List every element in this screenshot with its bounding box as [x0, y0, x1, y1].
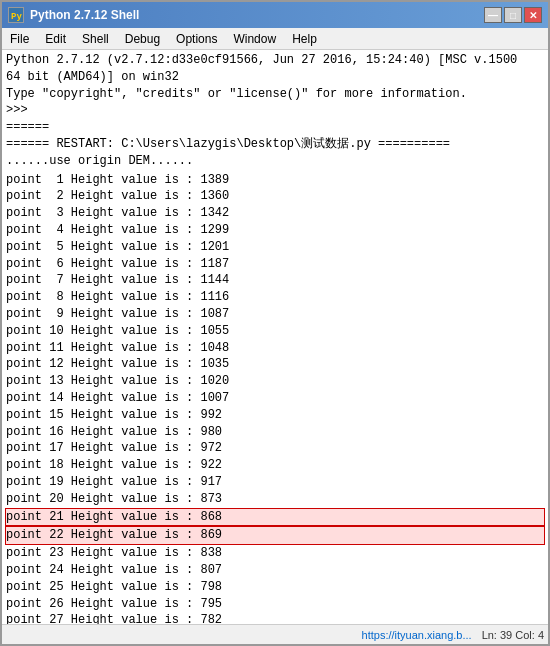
point-row-7: point 7 Height value is : 1144	[6, 272, 544, 289]
menu-bar: FileEditShellDebugOptionsWindowHelp	[2, 28, 548, 50]
point-row-4: point 4 Height value is : 1299	[6, 222, 544, 239]
point-row-10: point 10 Height value is : 1055	[6, 323, 544, 340]
minimize-button[interactable]: —	[484, 7, 502, 23]
point-row-21: point 21 Height value is : 868	[5, 508, 545, 527]
point-row-5: point 5 Height value is : 1201	[6, 239, 544, 256]
python-header3: Type "copyright", "credits" or "license(…	[6, 86, 544, 103]
point-row-22: point 22 Height value is : 869	[5, 526, 545, 545]
point-row-23: point 23 Height value is : 838	[6, 545, 544, 562]
origin-line: ......use origin DEM......	[6, 153, 544, 170]
point-row-27: point 27 Height value is : 782	[6, 612, 544, 624]
close-button[interactable]: ✕	[524, 7, 542, 23]
menu-item-help[interactable]: Help	[284, 28, 325, 49]
python-header2: 64 bit (AMD64)] on win32	[6, 69, 544, 86]
menu-item-options[interactable]: Options	[168, 28, 225, 49]
menu-item-window[interactable]: Window	[225, 28, 284, 49]
status-link[interactable]: https://ityuan.xiang.b...	[362, 629, 472, 641]
maximize-button[interactable]: □	[504, 7, 522, 23]
point-row-24: point 24 Height value is : 807	[6, 562, 544, 579]
title-bar-left: Py Python 2.7.12 Shell	[8, 7, 139, 23]
title-bar: Py Python 2.7.12 Shell — □ ✕	[2, 2, 548, 28]
console-scroll[interactable]: Python 2.7.12 (v2.7.12:d33e0cf91566, Jun…	[2, 50, 548, 624]
point-row-18: point 18 Height value is : 922	[6, 457, 544, 474]
point-row-15: point 15 Height value is : 992	[6, 407, 544, 424]
app-icon: Py	[8, 7, 24, 23]
menu-item-shell[interactable]: Shell	[74, 28, 117, 49]
point-row-12: point 12 Height value is : 1035	[6, 356, 544, 373]
restart-line: ====== RESTART: C:\Users\lazygis\Desktop…	[6, 136, 544, 153]
console-content: Python 2.7.12 (v2.7.12:d33e0cf91566, Jun…	[2, 50, 548, 172]
point-row-2: point 2 Height value is : 1360	[6, 188, 544, 205]
status-position: Ln: 39 Col: 4	[482, 629, 544, 641]
separator: ======	[6, 119, 544, 136]
point-row-3: point 3 Height value is : 1342	[6, 205, 544, 222]
point-row-16: point 16 Height value is : 980	[6, 424, 544, 441]
menu-item-debug[interactable]: Debug	[117, 28, 168, 49]
status-bar: https://ityuan.xiang.b... Ln: 39 Col: 4	[2, 624, 548, 644]
main-window: Py Python 2.7.12 Shell — □ ✕ FileEditShe…	[0, 0, 550, 646]
points-container: point 1 Height value is : 1389point 2 He…	[2, 172, 548, 624]
point-row-8: point 8 Height value is : 1116	[6, 289, 544, 306]
point-row-26: point 26 Height value is : 795	[6, 596, 544, 613]
point-row-9: point 9 Height value is : 1087	[6, 306, 544, 323]
point-row-1: point 1 Height value is : 1389	[6, 172, 544, 189]
point-row-25: point 25 Height value is : 798	[6, 579, 544, 596]
point-row-17: point 17 Height value is : 972	[6, 440, 544, 457]
prompt1: >>>	[6, 102, 544, 119]
point-row-20: point 20 Height value is : 873	[6, 491, 544, 508]
point-row-19: point 19 Height value is : 917	[6, 474, 544, 491]
point-row-11: point 11 Height value is : 1048	[6, 340, 544, 357]
menu-item-edit[interactable]: Edit	[37, 28, 74, 49]
svg-text:Py: Py	[11, 12, 22, 22]
point-row-6: point 6 Height value is : 1187	[6, 256, 544, 273]
point-row-13: point 13 Height value is : 1020	[6, 373, 544, 390]
window-controls: — □ ✕	[484, 7, 542, 23]
console-wrapper: Python 2.7.12 (v2.7.12:d33e0cf91566, Jun…	[2, 50, 548, 624]
window-title: Python 2.7.12 Shell	[30, 8, 139, 22]
menu-item-file[interactable]: File	[2, 28, 37, 49]
point-row-14: point 14 Height value is : 1007	[6, 390, 544, 407]
python-header: Python 2.7.12 (v2.7.12:d33e0cf91566, Jun…	[6, 52, 544, 69]
